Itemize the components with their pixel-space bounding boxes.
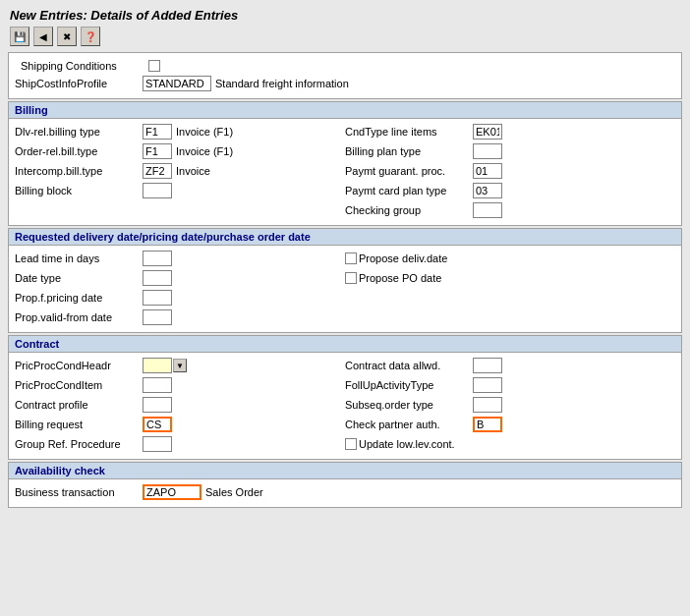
group-ref-input[interactable] bbox=[143, 436, 172, 452]
lead-time-input[interactable] bbox=[143, 251, 172, 266]
billing-plan-input[interactable] bbox=[473, 143, 502, 159]
pric-proc-headr-row: PricProcCondHeadr ▼ bbox=[15, 357, 345, 374]
business-trans-row: Business transaction Sales Order bbox=[15, 483, 675, 501]
toolbar: 💾 ◀ ✖ ❓ bbox=[4, 25, 686, 50]
update-low-checkbox[interactable] bbox=[345, 438, 357, 450]
business-trans-desc: Sales Order bbox=[205, 486, 263, 498]
contract-content: PricProcCondHeadr ▼ PricProcCondItem Con… bbox=[9, 353, 681, 459]
update-low-row: Update low.lev.cont. bbox=[345, 435, 675, 453]
page-title: New Entries: Details of Added Entries bbox=[4, 4, 686, 25]
paymt-card-row: Paymt card plan type bbox=[345, 182, 675, 199]
intercomp-desc: Invoice bbox=[176, 165, 210, 177]
contract-profile-input[interactable] bbox=[143, 397, 172, 413]
contract-two-col: PricProcCondHeadr ▼ PricProcCondItem Con… bbox=[15, 357, 675, 455]
shipping-conditions-checkbox[interactable] bbox=[148, 60, 160, 72]
billing-col-right: CndType line items Billing plan type Pay… bbox=[345, 123, 675, 221]
paymt-guarant-row: Paymt guarant. proc. bbox=[345, 162, 675, 180]
contract-header: Contract bbox=[9, 336, 681, 353]
checking-group-label: Checking group bbox=[345, 204, 473, 216]
paymt-guarant-input[interactable] bbox=[473, 163, 502, 179]
prop-pricing-label: Prop.f.pricing date bbox=[15, 292, 143, 304]
ship-cost-row: ShipCostInfoProfile Standard freight inf… bbox=[15, 75, 675, 92]
order-billing-desc: Invoice (F1) bbox=[176, 145, 233, 157]
intercomp-row: Intercomp.bill.type Invoice bbox=[15, 162, 345, 180]
billing-two-col: Dlv-rel.billing type Invoice (F1) Order-… bbox=[15, 123, 675, 221]
follow-up-input[interactable] bbox=[473, 377, 502, 393]
prop-pricing-row: Prop.f.pricing date bbox=[15, 289, 345, 307]
paymt-card-input[interactable] bbox=[473, 183, 502, 198]
order-billing-row: Order-rel.bill.type Invoice (F1) bbox=[15, 142, 345, 160]
date-type-input[interactable] bbox=[143, 270, 172, 286]
back-button[interactable]: ◀ bbox=[33, 27, 53, 46]
contract-data-label: Contract data allwd. bbox=[345, 360, 473, 371]
contract-profile-label: Contract profile bbox=[15, 399, 143, 411]
billing-block-input[interactable] bbox=[143, 183, 172, 198]
check-partner-label: Check partner auth. bbox=[345, 419, 473, 430]
billing-section: Billing Dlv-rel.billing type Invoice (F1… bbox=[8, 101, 682, 226]
propose-po-label: Propose PO date bbox=[359, 272, 487, 284]
billing-col-left: Dlv-rel.billing type Invoice (F1) Order-… bbox=[15, 123, 345, 221]
lead-time-row: Lead time in days bbox=[15, 250, 345, 267]
delivery-col-right: Propose deliv.date Propose PO date bbox=[345, 250, 675, 328]
prop-valid-label: Prop.valid-from date bbox=[15, 311, 143, 323]
check-partner-row: Check partner auth. bbox=[345, 416, 675, 433]
pric-proc-item-input[interactable] bbox=[143, 377, 172, 393]
shipping-section: Shipping Conditions ShipCostInfoProfile … bbox=[8, 52, 682, 99]
delivery-section: Requested delivery date/pricing date/pur… bbox=[8, 228, 682, 333]
delivery-content: Lead time in days Date type Prop.f.prici… bbox=[9, 246, 681, 332]
propose-deliv-label: Propose deliv.date bbox=[359, 252, 487, 264]
pric-proc-item-label: PricProcCondItem bbox=[15, 379, 143, 391]
checking-group-input[interactable] bbox=[473, 202, 502, 218]
contract-data-row: Contract data allwd. bbox=[345, 357, 675, 374]
cnd-type-label: CndType line items bbox=[345, 126, 473, 138]
date-type-row: Date type bbox=[15, 269, 345, 287]
dlv-billing-row: Dlv-rel.billing type Invoice (F1) bbox=[15, 123, 345, 140]
exit-button[interactable]: ✖ bbox=[57, 27, 77, 46]
billing-plan-label: Billing plan type bbox=[345, 145, 473, 157]
prop-valid-input[interactable] bbox=[143, 309, 172, 325]
pric-proc-headr-label: PricProcCondHeadr bbox=[15, 360, 143, 371]
delivery-col-left: Lead time in days Date type Prop.f.prici… bbox=[15, 250, 345, 328]
billing-header: Billing bbox=[9, 102, 681, 119]
subseq-order-input[interactable] bbox=[473, 397, 502, 413]
order-billing-input[interactable] bbox=[143, 143, 172, 159]
dlv-billing-input[interactable] bbox=[143, 124, 172, 140]
contract-data-input[interactable] bbox=[473, 358, 502, 373]
date-type-label: Date type bbox=[15, 272, 143, 284]
business-trans-label: Business transaction bbox=[15, 486, 143, 498]
prop-valid-row: Prop.valid-from date bbox=[15, 308, 345, 326]
business-trans-input[interactable] bbox=[143, 484, 201, 500]
checking-group-row: Checking group bbox=[345, 201, 675, 219]
propose-po-row: Propose PO date bbox=[345, 269, 675, 287]
main-container: New Entries: Details of Added Entries 💾 … bbox=[0, 0, 690, 514]
subseq-order-label: Subseq.order type bbox=[345, 399, 473, 411]
delivery-two-col: Lead time in days Date type Prop.f.prici… bbox=[15, 250, 675, 328]
follow-up-label: FollUpActivityType bbox=[345, 379, 473, 391]
ship-cost-input[interactable] bbox=[143, 76, 211, 91]
availability-header: Availability check bbox=[9, 463, 681, 479]
dlv-billing-label: Dlv-rel.billing type bbox=[15, 126, 143, 138]
availability-content: Business transaction Sales Order bbox=[9, 479, 681, 507]
group-ref-row: Group Ref. Procedure bbox=[15, 435, 345, 453]
contract-profile-row: Contract profile bbox=[15, 396, 345, 414]
pric-proc-headr-input[interactable] bbox=[143, 358, 172, 373]
paymt-card-label: Paymt card plan type bbox=[345, 185, 473, 196]
billing-request-input[interactable] bbox=[143, 417, 172, 432]
propose-deliv-checkbox[interactable] bbox=[345, 252, 357, 264]
save-button[interactable]: 💾 bbox=[10, 27, 29, 46]
propose-po-checkbox[interactable] bbox=[345, 272, 357, 284]
prop-pricing-input[interactable] bbox=[143, 290, 172, 306]
availability-section: Availability check Business transaction … bbox=[8, 462, 682, 508]
delivery-header: Requested delivery date/pricing date/pur… bbox=[9, 229, 681, 246]
shipping-content: Shipping Conditions ShipCostInfoProfile … bbox=[9, 53, 681, 98]
subseq-order-row: Subseq.order type bbox=[345, 396, 675, 414]
pric-proc-headr-btn[interactable]: ▼ bbox=[173, 359, 187, 372]
shipping-conditions-row: Shipping Conditions bbox=[15, 57, 675, 75]
check-partner-input[interactable] bbox=[473, 417, 502, 432]
intercomp-input[interactable] bbox=[143, 163, 172, 179]
ship-cost-desc: Standard freight information bbox=[215, 78, 349, 89]
intercomp-label: Intercomp.bill.type bbox=[15, 165, 143, 177]
help-button[interactable]: ❓ bbox=[81, 27, 100, 46]
contract-col-right: Contract data allwd. FollUpActivityType … bbox=[345, 357, 675, 455]
cnd-type-input[interactable] bbox=[473, 124, 502, 140]
